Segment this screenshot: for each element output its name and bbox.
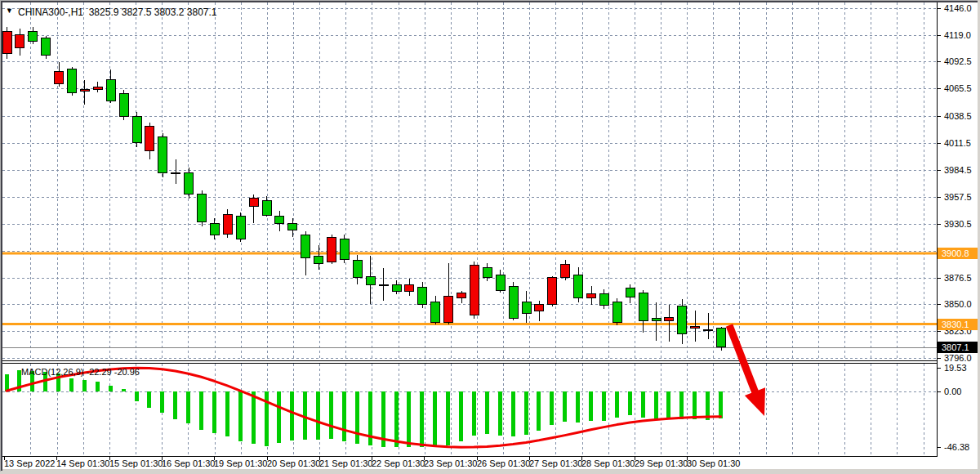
date-label: 29 Sep 01:30 — [635, 458, 688, 468]
date-label: 20 Sep 01:30 — [267, 458, 320, 468]
bid-price-badge: 3807.1 — [938, 342, 978, 353]
candle-body — [55, 71, 64, 84]
chart-menu-icon[interactable]: ▼ — [6, 7, 13, 15]
candle-body — [263, 200, 272, 215]
price-axis-label: 3930.5 — [944, 219, 972, 229]
date-label: 16 Sep 01:30 — [162, 458, 215, 468]
macd-histogram-bar — [252, 391, 256, 444]
price-axis-tick — [938, 35, 941, 36]
price-axis-label: 4092.5 — [944, 56, 972, 66]
macd-histogram-bar — [265, 391, 269, 446]
candle — [133, 112, 142, 147]
candle-body — [314, 256, 323, 264]
price-axis-label: 3957.5 — [944, 192, 972, 202]
candle-body — [639, 293, 648, 321]
macd-axis-tick — [938, 368, 941, 369]
price-axis-label: 4065.5 — [944, 83, 972, 93]
macd-histogram-bar — [679, 391, 684, 419]
time-axis-line — [2, 456, 937, 457]
candle-body — [367, 277, 376, 284]
macd-histogram-bar — [550, 391, 554, 425]
macd-histogram-bar — [602, 391, 606, 421]
candle-body — [431, 302, 440, 323]
date-label: 26 Sep 01:30 — [477, 458, 530, 468]
date-label: 15 Sep 01:30 — [109, 458, 163, 468]
candle-body — [3, 31, 12, 53]
bid-badge-text: 3807.1 — [942, 342, 969, 352]
frame-edge-top-outer — [0, 0, 980, 1]
candle — [158, 133, 167, 177]
candle-body — [275, 217, 284, 223]
macd-histogram-bar — [69, 378, 74, 391]
candle-body — [510, 286, 519, 318]
candle-body — [665, 317, 674, 320]
candle-body — [587, 294, 596, 298]
price-axis-tick — [938, 278, 941, 279]
frame-edge-left — [1, 1, 2, 471]
candle-body — [145, 127, 154, 151]
candle-body — [561, 265, 570, 277]
frame-edge-top — [0, 1, 980, 2]
macd-histogram-bar — [563, 391, 567, 422]
level-price-badge: 3900.8 — [938, 248, 978, 259]
macd-histogram-bar — [446, 391, 450, 445]
candle — [613, 298, 622, 325]
candle-body — [393, 285, 402, 292]
macd-histogram-bar — [433, 391, 437, 446]
candle-body — [626, 288, 635, 297]
macd-histogram-bar — [615, 391, 619, 418]
time-axis[interactable]: 13 Sep 202214 Sep 01:3015 Sep 01:3016 Se… — [4, 457, 740, 468]
macd-histogram-bar — [394, 391, 399, 447]
macd-histogram-bar — [511, 391, 515, 436]
candle-body — [600, 294, 609, 305]
candle — [327, 235, 336, 264]
candle-body — [523, 302, 532, 313]
macd-axis-tick — [938, 447, 941, 448]
macd-histogram-bar — [641, 391, 645, 418]
macd-histogram-bar — [212, 391, 216, 433]
price-axis-tick — [938, 197, 941, 198]
candle-body — [224, 214, 233, 235]
candle — [120, 90, 129, 120]
macd-histogram-bar — [316, 391, 320, 440]
price-axis-label: 4146.0 — [944, 3, 972, 13]
candle — [717, 327, 726, 351]
candle-body — [68, 69, 77, 92]
candle-body — [678, 306, 687, 334]
price-axis-tick — [938, 170, 941, 171]
price-axis-label: 3984.5 — [944, 165, 972, 175]
macd-histogram-bar — [719, 391, 723, 418]
macd-histogram-bar — [290, 391, 294, 440]
candle — [237, 212, 246, 242]
macd-axis-label: -46.38 — [944, 442, 969, 452]
candle-body — [107, 80, 116, 101]
chart-canvas[interactable]: 13 Sep 202214 Sep 01:3015 Sep 01:3016 Se… — [0, 0, 980, 474]
price-axis-tick — [938, 331, 941, 332]
date-label: 27 Sep 01:30 — [529, 458, 582, 468]
candle-body — [94, 87, 103, 90]
macd-histogram-bar — [82, 380, 87, 391]
macd-histogram-bar — [160, 391, 164, 413]
macd-histogram-bar — [576, 391, 580, 423]
price-axis-tick — [938, 88, 941, 89]
frame-edge-left-outer — [0, 0, 1, 472]
macd-histogram-bar — [485, 391, 489, 434]
candle-body — [198, 195, 207, 222]
candle-body — [457, 293, 466, 298]
price-axis-label: 4011.5 — [944, 138, 971, 148]
candle-body — [29, 31, 38, 41]
date-label: 13 Sep 2022 — [4, 458, 55, 468]
level-badge-text: 3900.8 — [942, 248, 969, 258]
candle-body — [172, 172, 180, 173]
panel-separator-bottom[interactable] — [2, 363, 937, 364]
price-axis-line — [937, 2, 938, 457]
date-label: 28 Sep 01:30 — [581, 458, 635, 468]
macd-histogram-bar — [472, 391, 476, 436]
date-label: 14 Sep 01:30 — [56, 458, 109, 468]
price-axis-tick — [938, 304, 941, 305]
candle-body — [380, 284, 389, 285]
macd-histogram-bar — [329, 391, 333, 439]
candle — [68, 67, 77, 96]
candle-body — [120, 94, 129, 117]
date-label: 19 Sep 01:30 — [214, 458, 267, 468]
